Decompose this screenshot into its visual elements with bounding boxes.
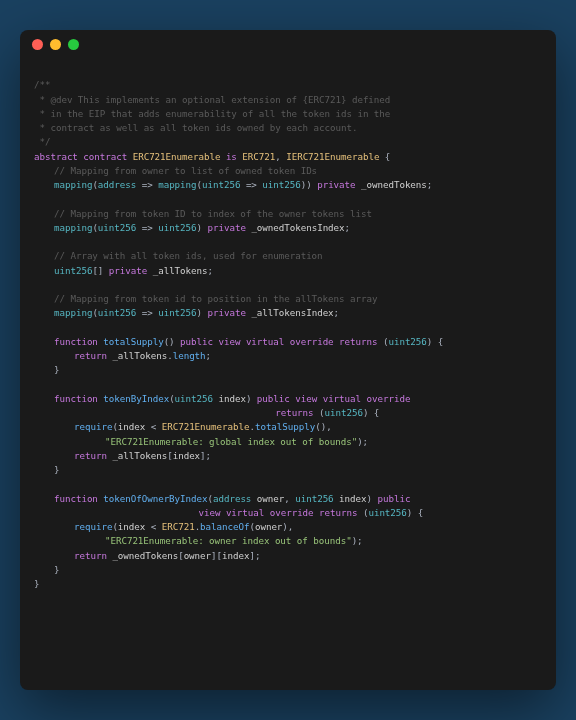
code-line: uint256[] private _allTokens;	[34, 264, 213, 278]
code-line: "ERC721Enumerable: global index out of b…	[34, 435, 368, 449]
code-line: function tokenByIndex(uint256 index) pub…	[34, 392, 410, 406]
comment-line: /**	[34, 79, 50, 90]
comment-line: // Mapping from owner to list of owned t…	[34, 164, 317, 178]
code-line: mapping(uint256 => uint256) private _own…	[34, 221, 350, 235]
code-line: mapping(uint256 => uint256) private _all…	[34, 306, 339, 320]
code-line: abstract contract ERC721Enumerable is ER…	[34, 151, 390, 162]
code-line: require(index < ERC721Enumerable.totalSu…	[34, 420, 332, 434]
comment-line: * in the EIP that adds enumerability of …	[34, 108, 390, 119]
code-line: }	[34, 578, 39, 589]
code-line: return _allTokens.length;	[34, 349, 211, 363]
comment-line: * contract as well as all token ids owne…	[34, 122, 357, 133]
comment-line: */	[34, 136, 50, 147]
comment-line: // Mapping from token id to position in …	[34, 292, 377, 306]
code-line: }	[34, 563, 59, 577]
close-icon[interactable]	[32, 39, 43, 50]
comment-line: // Mapping from token ID to index of the…	[34, 207, 372, 221]
titlebar	[20, 30, 556, 58]
code-line: view virtual override returns (uint256) …	[34, 507, 423, 518]
code-line: function totalSupply() public view virtu…	[34, 335, 443, 349]
code-line: function tokenOfOwnerByIndex(address own…	[34, 492, 410, 506]
code-line: require(index < ERC721.balanceOf(owner),	[34, 520, 293, 534]
code-line: return _ownedTokens[owner][index];	[34, 549, 260, 563]
code-window: /** * @dev This implements an optional e…	[20, 30, 556, 690]
code-line: mapping(address => mapping(uint256 => ui…	[34, 178, 432, 192]
minimize-icon[interactable]	[50, 39, 61, 50]
code-line: }	[34, 463, 59, 477]
comment-line: // Array with all token ids, used for en…	[34, 249, 323, 263]
comment-line: * @dev This implements an optional exten…	[34, 94, 390, 105]
code-area: /** * @dev This implements an optional e…	[20, 58, 556, 605]
zoom-icon[interactable]	[68, 39, 79, 50]
code-line: "ERC721Enumerable: owner index out of bo…	[34, 534, 363, 548]
code-line: return _allTokens[index];	[34, 449, 211, 463]
code-line: returns (uint256) {	[34, 407, 379, 418]
code-line: }	[34, 363, 59, 377]
